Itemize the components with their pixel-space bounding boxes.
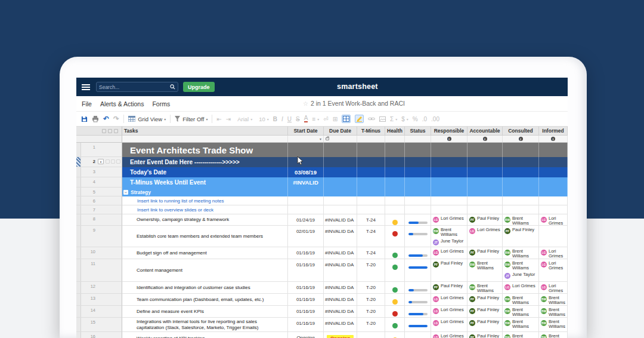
cell-health[interactable] <box>385 157 405 167</box>
row-number[interactable]: 10 <box>81 247 97 259</box>
cell-consulted[interactable]: BWBrent WilliamsJTJune Taylor <box>503 259 539 282</box>
redo-button[interactable]: ↷ <box>113 115 119 123</box>
cell-start-date[interactable] <box>288 196 324 205</box>
column-info-icon[interactable]: i <box>551 137 555 141</box>
cell-status[interactable] <box>405 332 431 338</box>
upgrade-button[interactable]: Upgrade <box>183 82 215 92</box>
cell-start-date[interactable]: #INVALID <box>288 177 324 188</box>
cell-consulted[interactable]: PFPaul Finley <box>503 226 539 247</box>
cell-start-date[interactable]: 01/16/19 <box>288 318 324 332</box>
cell-status[interactable] <box>405 282 431 294</box>
cell-responsible[interactable]: PFPaul Finley <box>431 282 467 294</box>
cell-accountable[interactable]: BWBrent Williams <box>467 259 503 282</box>
cell-responsible[interactable] <box>431 196 467 205</box>
highlight-button[interactable] <box>355 115 364 123</box>
cell-responsible[interactable]: LGLori Grimes <box>431 318 467 332</box>
row-number[interactable]: 12 <box>81 282 97 293</box>
cell-task[interactable]: Content management <box>122 259 288 282</box>
cell-accountable[interactable]: PFPaul Finley <box>467 318 503 332</box>
cell-task[interactable]: Event Architects Trade Show <box>122 143 288 157</box>
cell-informed[interactable] <box>539 196 568 205</box>
cell-responsible[interactable] <box>431 205 467 214</box>
row-drag-handle[interactable] <box>76 306 81 317</box>
cell-health[interactable] <box>385 306 405 318</box>
cell-health[interactable] <box>385 332 405 338</box>
cell-start-date[interactable]: 02/01/19 <box>288 226 324 247</box>
column-header-start-date[interactable]: Start Date <box>288 127 324 135</box>
cell-informed[interactable]: LGLori Grimes <box>539 259 568 282</box>
health-dot[interactable] <box>392 220 398 225</box>
health-dot[interactable] <box>392 253 398 258</box>
cell-informed[interactable] <box>539 177 568 188</box>
cell-status[interactable] <box>405 167 431 177</box>
column-header-health[interactable]: Health <box>385 127 405 135</box>
row-number[interactable]: 5 <box>81 188 97 196</box>
row-number[interactable]: 14 <box>81 306 97 317</box>
cell-health[interactable] <box>385 205 405 214</box>
cell-due-date[interactable] <box>324 177 357 188</box>
row-drag-handle[interactable] <box>76 259 81 281</box>
cell-start-date[interactable]: 01/16/19 <box>288 282 324 294</box>
cell-consulted[interactable]: LGLori Grimes <box>503 282 539 294</box>
wrap-text-button[interactable]: ⏎ <box>323 116 328 122</box>
cell-health[interactable] <box>385 259 405 282</box>
cell-health[interactable] <box>385 143 405 157</box>
menu-forms[interactable]: Forms <box>152 100 170 107</box>
cell-status[interactable] <box>405 188 431 196</box>
percent-button[interactable]: % <box>413 116 418 122</box>
cell-health[interactable] <box>385 318 405 332</box>
cell-accountable[interactable] <box>467 205 503 214</box>
cell-task[interactable]: Today's Date <box>122 167 288 177</box>
indent-button[interactable]: ⇥ <box>226 116 231 122</box>
cell-responsible[interactable]: LGLori Grimes <box>431 214 467 226</box>
cell-accountable[interactable]: LGLori Grimes <box>467 226 503 247</box>
cell-informed[interactable]: BWBrent Williams <box>539 294 568 306</box>
cell-status[interactable] <box>405 157 431 167</box>
link-button[interactable] <box>368 116 375 121</box>
cell-consulted[interactable]: BWBrent Williams <box>503 306 539 318</box>
cell-consulted[interactable] <box>503 205 539 214</box>
cell-accountable[interactable]: PFPaul Finley <box>467 332 503 338</box>
undo-button[interactable]: ↶ <box>103 115 109 123</box>
cell-informed[interactable]: LGLori Grimes <box>539 282 568 294</box>
save-button[interactable] <box>81 116 88 122</box>
cell-consulted[interactable] <box>503 157 539 167</box>
menu-file[interactable]: File <box>82 100 92 107</box>
cell-health[interactable] <box>385 226 405 247</box>
cell-t-minus[interactable]: T-20 <box>357 306 385 318</box>
cell-health[interactable] <box>385 188 405 196</box>
cell-responsible[interactable]: PFPaul Finley <box>431 259 467 282</box>
cell-due-date[interactable]: #INVALID DA <box>324 306 357 318</box>
cell-task[interactable]: Budget sign off and management <box>122 247 288 259</box>
cell-due-date[interactable] <box>324 196 357 205</box>
cell-responsible[interactable]: LGLori Grimes <box>431 306 467 318</box>
cell-informed[interactable] <box>539 205 568 214</box>
row-drag-handle[interactable] <box>76 188 81 196</box>
health-dot[interactable] <box>392 299 398 305</box>
row-number[interactable]: 7 <box>81 205 97 214</box>
cell-start-date[interactable]: 01/24/19 <box>288 214 324 226</box>
cell-consulted[interactable]: BWBrent Williams <box>503 332 539 338</box>
cell-responsible[interactable] <box>431 143 467 157</box>
align-dropdown[interactable]: ≡▾ <box>312 116 319 122</box>
row-number[interactable]: 15 <box>81 318 97 331</box>
cell-due-date[interactable]: #INVALID DA <box>324 282 357 294</box>
cell-status[interactable] <box>405 247 431 259</box>
cell-accountable[interactable]: PFPaul Finley <box>467 294 503 306</box>
cell-due-date[interactable] <box>324 188 357 196</box>
cell-informed[interactable]: BWBrent Williams <box>539 318 568 332</box>
cell-health[interactable] <box>385 214 405 226</box>
row-number[interactable]: 6 <box>81 196 97 205</box>
cell-accountable[interactable]: PFPaul Finley <box>467 306 503 318</box>
cell-task[interactable]: Identification and integration of custom… <box>122 282 288 294</box>
cell-start-date[interactable] <box>288 188 324 196</box>
cell-accountable[interactable] <box>467 196 503 205</box>
cell-due-date[interactable]: #INVALID DA <box>324 294 357 306</box>
row-drag-handle[interactable] <box>76 332 81 338</box>
cell-due-date[interactable] <box>324 157 357 167</box>
row-number[interactable]: 8 <box>81 214 97 225</box>
cell-t-minus[interactable] <box>357 177 385 188</box>
cell-responsible[interactable] <box>431 157 467 167</box>
row-number[interactable]: 13 <box>81 294 97 305</box>
currency-dropdown[interactable]: $▾ <box>401 116 408 122</box>
